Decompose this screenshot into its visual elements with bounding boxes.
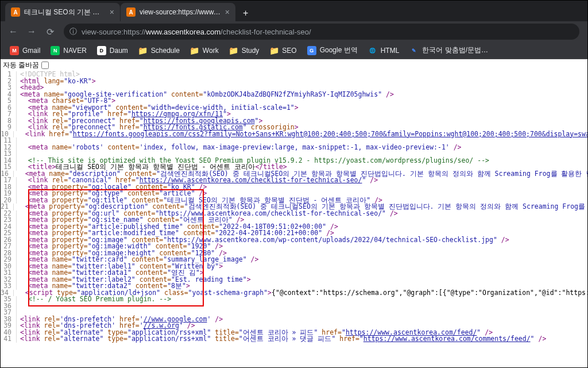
- tab-1[interactable]: A 테크니컬 SEO의 기본 항목과 항 ×: [5, 3, 120, 21]
- bookmark-label: Schedule: [151, 47, 180, 55]
- bookmark-item[interactable]: MGmail: [5, 44, 45, 57]
- code-line: 36: [1, 303, 587, 310]
- line-wrap-checkbox[interactable]: [41, 62, 49, 69]
- toolbar: ← → ⟳ ⓘ view-source:https://www.ascentko…: [1, 21, 587, 42]
- address-bar[interactable]: ⓘ view-source:https://www.ascentkorea.co…: [64, 24, 579, 40]
- favicon-icon: A: [11, 7, 20, 17]
- bookmark-icon: 📁: [190, 46, 199, 55]
- bookmark-item[interactable]: GGoogle 번역: [303, 44, 362, 57]
- bookmark-label: Daum: [110, 47, 128, 55]
- line-text[interactable]: <link href="https://fonts.googleapis.com…: [14, 131, 587, 138]
- bookmark-icon: 📁: [229, 46, 238, 55]
- code-line: 2<html lang="ko-KR">: [1, 78, 587, 85]
- bookmark-label: 한국어 맞춤법/문법…: [422, 45, 488, 55]
- close-icon[interactable]: ×: [225, 7, 230, 17]
- reload-button[interactable]: ⟳: [42, 23, 58, 41]
- new-tab-button[interactable]: +: [236, 5, 255, 21]
- url-prefix: view-source:https://: [82, 28, 146, 36]
- bookmark-item[interactable]: 📁Study: [225, 44, 264, 57]
- favicon-icon: A: [126, 7, 136, 17]
- bookmark-item[interactable]: NNAVER: [46, 44, 91, 57]
- code-line: 35 <!-- / Yoast SEO Premium plugin. -->: [1, 296, 587, 303]
- line-number: 41: [1, 336, 17, 343]
- bookmark-icon: 🌐: [368, 46, 377, 55]
- tab-title: view-source:https://www.ascentk: [140, 8, 222, 16]
- bookmark-item[interactable]: 📁Work: [185, 44, 223, 57]
- bookmark-icon: G: [307, 46, 316, 55]
- line-text[interactable]: <link rel="alternate" type="application/…: [17, 336, 546, 343]
- bookmark-label: Gmail: [22, 47, 40, 55]
- bookmark-icon: 📁: [138, 46, 148, 55]
- bookmark-item[interactable]: 📁Schedule: [134, 44, 184, 57]
- bookmark-label: Study: [242, 47, 260, 55]
- bookmark-label: Google 번역: [320, 45, 358, 55]
- back-button[interactable]: ←: [5, 23, 21, 40]
- url-domain: www.ascentkorea.com: [146, 28, 220, 36]
- line-wrap-control: 자동 줄바꿈: [1, 59, 587, 71]
- bookmark-icon: M: [10, 46, 19, 55]
- code-line: 41<link rel="alternate" type="applicatio…: [1, 336, 587, 343]
- bookmark-item[interactable]: ✎한국어 맞춤법/문법…: [405, 44, 493, 57]
- line-text[interactable]: [17, 303, 20, 310]
- tab-title: 테크니컬 SEO의 기본 항목과 항: [24, 7, 106, 17]
- bookmark-label: Work: [203, 47, 219, 55]
- line-text[interactable]: <meta name='robots' content='index, foll…: [17, 144, 462, 151]
- bookmark-icon: 📁: [269, 46, 278, 55]
- bookmark-icon: D: [97, 46, 106, 55]
- line-wrap-label: 자동 줄바꿈: [3, 61, 41, 69]
- tab-2[interactable]: A view-source:https://www.ascentk ×: [121, 3, 235, 21]
- source-code[interactable]: 1<!DOCTYPE html>2<html lang="ko-KR">3<he…: [1, 71, 587, 343]
- tab-bar: A 테크니컬 SEO의 기본 항목과 항 × A view-source:htt…: [1, 1, 587, 21]
- bookmarks-bar: MGmailNNAVERDDaum📁Schedule📁Work📁Study📁SE…: [1, 42, 587, 59]
- site-info-icon[interactable]: ⓘ: [69, 26, 77, 37]
- line-text[interactable]: <!-- / Yoast SEO Premium plugin. -->: [17, 296, 171, 303]
- page-content: 자동 줄바꿈 1<!DOCTYPE html>2<html lang="ko-K…: [1, 59, 587, 368]
- bookmark-label: NAVER: [63, 47, 86, 55]
- bookmark-icon: N: [51, 46, 60, 55]
- url-path: /checklist-for-technical-seo/: [220, 28, 311, 36]
- bookmark-item[interactable]: DDaum: [92, 44, 133, 57]
- bookmark-item[interactable]: 📁SEO: [265, 44, 301, 57]
- bookmark-label: SEO: [282, 47, 296, 55]
- bookmark-item[interactable]: 🌐HTML: [363, 44, 404, 57]
- bookmark-icon: ✎: [409, 46, 419, 55]
- code-line: 10 <link href="https://fonts.googleapis.…: [1, 131, 587, 138]
- code-line: 12 <meta name='robots' content='index, f…: [1, 144, 587, 151]
- bookmark-label: HTML: [381, 47, 400, 55]
- close-icon[interactable]: ×: [110, 7, 114, 17]
- forward-button[interactable]: →: [24, 23, 40, 40]
